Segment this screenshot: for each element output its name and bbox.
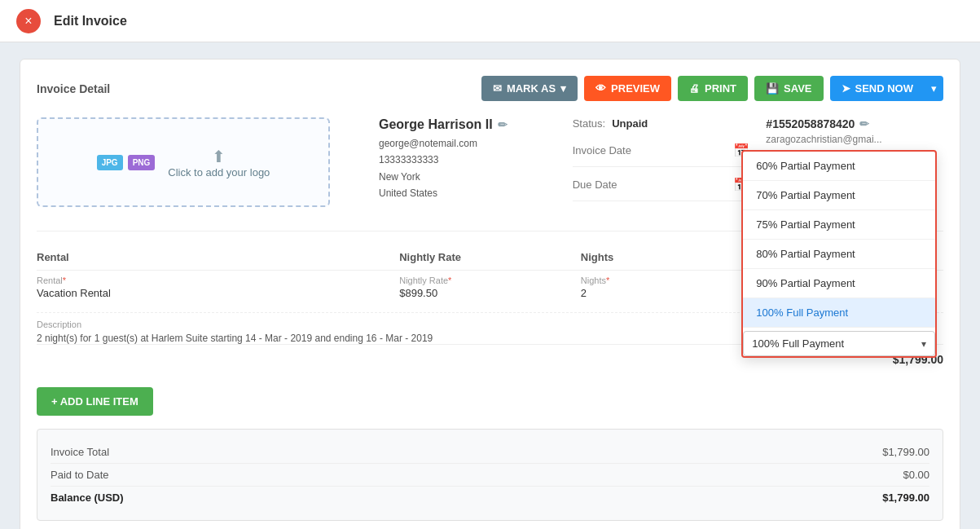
- edit-client-icon[interactable]: ✏: [498, 118, 508, 131]
- nightly-rate-cell: Nightly Rate* $899.50: [399, 276, 581, 299]
- upload-area-content: ⬆ Click to add your logo: [168, 147, 270, 179]
- page-title: Edit Invoice: [54, 14, 127, 29]
- nightly-rate-value: $899.50: [399, 287, 581, 299]
- nights-cell: Nights* 2: [581, 276, 762, 299]
- preview-button[interactable]: 👁 PREVIEW: [584, 76, 671, 101]
- invoice-total-label: Invoice Total: [51, 446, 109, 458]
- dropdown-item-90[interactable]: 90% Partial Payment: [743, 269, 935, 298]
- mark-as-button[interactable]: ✉ MARK AS ▾: [481, 76, 578, 101]
- edit-invoice-number-icon[interactable]: ✏: [859, 117, 869, 130]
- invoice-detail-label: Invoice Detail: [37, 82, 110, 95]
- col-nights: Nights: [581, 251, 762, 263]
- logo-section: JPG PNG ⬆ Click to add your logo: [37, 117, 363, 211]
- paid-to-date-value: $0.00: [903, 469, 929, 481]
- rental-cell: Rental* Vacation Rental: [37, 276, 399, 299]
- client-country: United States: [379, 185, 556, 201]
- close-icon: ×: [24, 14, 32, 29]
- save-button[interactable]: 💾 SAVE: [754, 76, 823, 101]
- jpg-icon: JPG: [97, 155, 123, 170]
- client-phone: 13333333333: [379, 152, 556, 168]
- summary-section: Invoice Total $1,799.00 Paid to Date $0.…: [37, 429, 943, 521]
- dropdown-item-80[interactable]: 80% Partial Payment: [743, 240, 935, 269]
- status-label: Status:: [573, 117, 605, 130]
- invoice-email: zaragozachristian@gmai...: [766, 134, 943, 145]
- paid-to-date-row: Paid to Date $0.00: [51, 464, 929, 487]
- dropdown-current-value[interactable]: 100% Full Payment ▾: [743, 331, 935, 356]
- png-icon: PNG: [128, 155, 156, 170]
- logo-icons: JPG PNG: [97, 155, 156, 170]
- save-icon: 💾: [766, 82, 779, 95]
- send-icon: ➤: [842, 82, 850, 95]
- nights-value: 2: [581, 287, 762, 299]
- col-rental: Rental: [37, 251, 399, 263]
- balance-value: $1,799.00: [882, 492, 929, 504]
- chevron-down-icon: ▾: [560, 82, 566, 95]
- upload-icon: ⬆: [168, 147, 270, 166]
- col-nightly-rate: Nightly Rate: [399, 251, 581, 263]
- due-date-label: Due Date: [573, 179, 617, 191]
- logo-upload-area[interactable]: JPG PNG ⬆ Click to add your logo: [37, 117, 330, 207]
- status-section: Status: Unpaid Invoice Date 📅 Due Date 📅: [556, 117, 750, 211]
- balance-row: Balance (USD) $1,799.00: [51, 487, 929, 509]
- eye-icon: 👁: [595, 82, 606, 95]
- balance-label: Balance (USD): [51, 492, 124, 504]
- print-icon: 🖨: [689, 82, 700, 95]
- dropdown-item-60[interactable]: 60% Partial Payment: [743, 152, 935, 181]
- payment-dropdown-overlay: 60% Partial Payment 70% Partial Payment …: [741, 150, 937, 358]
- client-email: george@notemail.com: [379, 135, 556, 152]
- mail-icon: ✉: [493, 82, 502, 95]
- header-buttons: ✉ MARK AS ▾ 👁 PREVIEW 🖨 PRINT 💾 SAVE: [481, 76, 943, 101]
- client-section: George Harrison II ✏ george@notemail.com…: [363, 117, 556, 211]
- invoice-total-row: Invoice Total $1,799.00: [51, 441, 929, 464]
- print-button[interactable]: 🖨 PRINT: [678, 76, 748, 101]
- chevron-down-icon: ▾: [921, 338, 926, 350]
- send-now-group: ➤ SEND NOW ▾: [830, 76, 944, 101]
- invoice-total-value: $1,799.00: [882, 446, 929, 458]
- invoice-number-text: #1552058878420: [766, 117, 855, 130]
- dropdown-item-70[interactable]: 70% Partial Payment: [743, 181, 935, 210]
- send-now-dropdown-button[interactable]: ▾: [925, 76, 943, 101]
- add-line-item-button[interactable]: + ADD LINE ITEM: [37, 387, 153, 416]
- send-now-button[interactable]: ➤ SEND NOW: [830, 76, 925, 101]
- status-value: Unpaid: [612, 117, 648, 130]
- client-name-text: George Harrison II: [379, 117, 493, 132]
- client-info: george@notemail.com 13333333333 New York…: [379, 135, 556, 202]
- paid-to-date-label: Paid to Date: [51, 469, 109, 481]
- rental-value: Vacation Rental: [37, 287, 399, 299]
- dropdown-item-75[interactable]: 75% Partial Payment: [743, 210, 935, 240]
- client-city: New York: [379, 169, 556, 185]
- invoice-date-label: Invoice Date: [573, 144, 631, 156]
- invoice-number-section: #1552058878420 ✏ zaragozachristian@gmai.…: [749, 117, 943, 211]
- close-button[interactable]: ×: [16, 9, 41, 33]
- dropdown-item-100[interactable]: 100% Full Payment: [743, 298, 935, 328]
- upload-text: Click to add your logo: [168, 166, 270, 179]
